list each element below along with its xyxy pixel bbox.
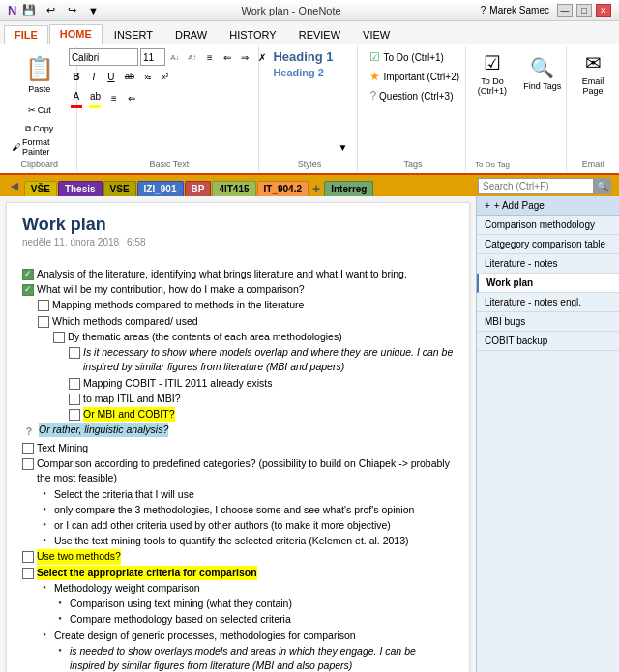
todo-tag-button[interactable]: ☑ To Do (Ctrl+1) [366, 48, 459, 66]
clipboard-group: 📋 Paste ✂ Cut ⧉ Copy 🖌 Format Painter [2, 46, 77, 171]
section-tab-4it415[interactable]: 4IT415 [212, 181, 255, 196]
close-button[interactable]: ✕ [596, 4, 611, 17]
italic-button[interactable]: I [86, 68, 102, 85]
notebook-page[interactable]: Literature - notes engl. [477, 293, 619, 312]
app-logo: N [8, 3, 16, 17]
text-align-button[interactable]: ≡ [106, 89, 122, 106]
format-painter-button[interactable]: 🖌 Format Painter [8, 138, 71, 156]
styles-dropdown[interactable]: ▼ [335, 138, 352, 156]
font-name-input[interactable] [69, 48, 138, 66]
note-text: to map ITIL and MBI? [83, 392, 181, 406]
page-scroll[interactable]: Work plan neděle 11. února 2018 6:58 ✓An… [0, 196, 476, 672]
section-tab-interreg[interactable]: Interreg [324, 181, 373, 196]
maximize-button[interactable]: □ [576, 4, 592, 17]
note-line: ●Use the text mining tools to quantify t… [38, 534, 454, 548]
minimize-button[interactable]: — [557, 4, 573, 17]
styles-label: Styles [298, 158, 322, 169]
checkbox-icon[interactable] [38, 300, 49, 311]
checkbox-icon[interactable]: ✓ [22, 284, 34, 296]
tab-draw[interactable]: DRAW [164, 25, 218, 44]
section-tab-bp[interactable]: BP [185, 181, 212, 196]
todo-big-icon: ☑ [484, 51, 501, 74]
highlight-button[interactable]: ab [86, 87, 104, 104]
underline-button[interactable]: U [103, 68, 119, 85]
rtl-button[interactable]: ⇐ [124, 89, 139, 106]
page-time: 6:58 [127, 237, 145, 248]
email-page-button[interactable]: ✉ Email Page [572, 48, 614, 99]
section-add[interactable]: + [310, 181, 323, 196]
quick-access-undo[interactable]: ↩ [42, 2, 59, 19]
bullet-icon: ● [38, 520, 51, 529]
notebook-page[interactable]: MBI bugs [477, 312, 619, 332]
checkbox-icon[interactable] [22, 551, 34, 563]
indent-decrease-button[interactable]: ⇐ [220, 48, 235, 66]
search-area: 🔍 [478, 178, 611, 194]
notebook-page[interactable]: Work plan [477, 274, 619, 293]
indent-increase-button[interactable]: ⇒ [237, 48, 252, 66]
tab-home[interactable]: HOME [49, 24, 103, 44]
highlight-indicator [89, 105, 101, 108]
subscript-button[interactable]: x₂ [140, 68, 156, 85]
bold-button[interactable]: B [69, 68, 84, 85]
checkbox-icon[interactable] [22, 443, 34, 454]
section-tab-vse[interactable]: VŠE [24, 181, 57, 196]
section-tab-izi901[interactable]: IZI_901 [137, 181, 184, 196]
strikethrough-button[interactable]: ab [121, 68, 138, 85]
notebook-page[interactable]: Literature - notes [477, 254, 619, 274]
search-input[interactable] [478, 178, 594, 194]
todo-tag-group: ☑ To Do(Ctrl+1) To Do Tag [468, 46, 516, 171]
tab-view[interactable]: VIEW [352, 25, 400, 44]
superscript-button[interactable]: x² [158, 68, 173, 85]
copy-button[interactable]: ⧉ Copy [21, 120, 57, 137]
tab-insert[interactable]: INSERT [103, 25, 163, 44]
pages-list: Comparison methodologyCatgegory comparis… [477, 216, 619, 351]
section-tab-thesis[interactable]: Thesis [58, 181, 103, 196]
checkbox-icon[interactable] [38, 316, 49, 328]
ribbon: 📋 Paste ✂ Cut ⧉ Copy 🖌 Format Painter [0, 44, 619, 175]
note-text: By thematic areas (the contents of each … [68, 330, 342, 344]
tab-history[interactable]: HISTORY [219, 25, 287, 44]
search-button[interactable]: 🔍 [594, 178, 611, 194]
checkbox-icon[interactable] [69, 409, 80, 421]
help-icon[interactable]: ? [481, 5, 486, 15]
notebook-page[interactable]: Comparison methodology [477, 216, 619, 235]
checkbox-icon[interactable]: ✓ [22, 269, 34, 280]
todo-tag-big-button[interactable]: ☑ To Do(Ctrl+1) [471, 48, 514, 99]
checkbox-icon[interactable] [69, 394, 80, 405]
paste-button[interactable]: 📋 Paste [16, 48, 63, 101]
notebook-page[interactable]: Catgegory comparison table [477, 235, 619, 254]
page-title: Work plan [22, 215, 454, 235]
plus-icon: + [485, 200, 490, 211]
important-tag-button[interactable]: ★ Important (Ctrl+2) [366, 68, 459, 85]
list-bullets-button[interactable]: ≡ [202, 48, 218, 66]
font-size-down[interactable]: A↓ [167, 48, 183, 66]
checkbox-icon[interactable] [22, 568, 34, 579]
checkbox-icon[interactable] [53, 332, 65, 343]
find-tags-button[interactable]: 🔍 Find Tags [521, 48, 564, 99]
quick-access-save[interactable]: 💾 [20, 2, 38, 19]
quick-access-redo[interactable]: ↪ [63, 2, 80, 19]
add-page-button[interactable]: + + Add Page [477, 196, 619, 216]
heading1-style[interactable]: Heading 1 [267, 48, 354, 65]
heading2-style[interactable]: Heading 2 [267, 66, 354, 79]
quick-access-dropdown[interactable]: ▼ [84, 2, 102, 19]
question-tag-icon[interactable]: ? [22, 424, 36, 440]
question-tag-button[interactable]: ? Question (Ctrl+3) [366, 87, 459, 104]
section-tab-vse2[interactable]: VSE [103, 181, 136, 196]
checkbox-icon[interactable] [69, 378, 80, 390]
tab-review[interactable]: REVIEW [288, 25, 351, 44]
font-size-up[interactable]: A↑ [185, 48, 200, 66]
page-document: Work plan neděle 11. února 2018 6:58 ✓An… [6, 202, 470, 672]
font-size-input[interactable] [140, 48, 165, 66]
cut-label: Cut [38, 105, 51, 115]
notebook-page[interactable]: COBIT backup [477, 332, 619, 351]
checkbox-icon[interactable] [69, 347, 80, 359]
tab-file[interactable]: FILE [4, 25, 48, 44]
font-color-button[interactable]: A [69, 87, 84, 104]
paste-label: Paste [28, 84, 50, 94]
checkbox-icon[interactable] [22, 458, 34, 470]
section-tabs: VŠE Thesis VSE IZI_901 BP 4IT415 IT_904.… [24, 175, 374, 196]
section-tab-it9042[interactable]: IT_904.2 [257, 181, 309, 196]
cut-button[interactable]: ✂ Cut [24, 102, 55, 119]
section-nav-left[interactable]: ◄ [8, 178, 21, 193]
